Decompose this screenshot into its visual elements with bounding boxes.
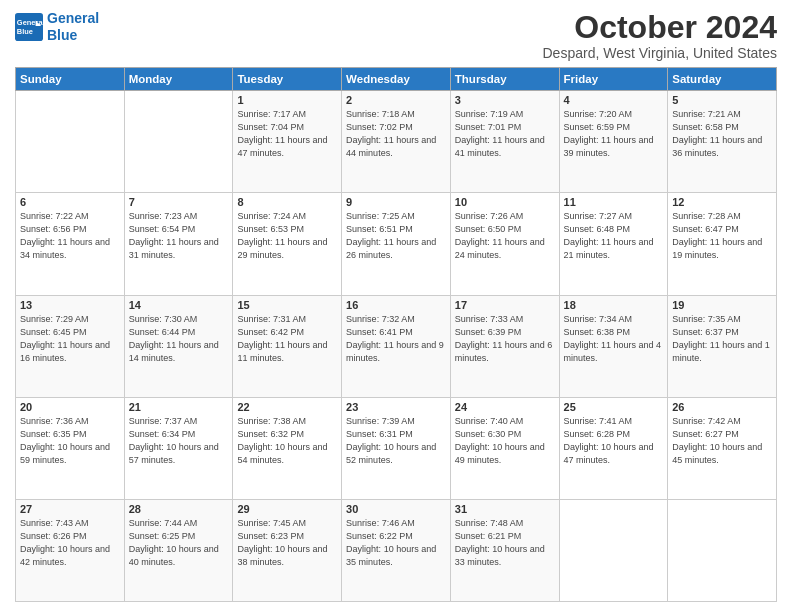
day-number: 22 <box>237 401 337 413</box>
day-info: Sunrise: 7:42 AM Sunset: 6:27 PM Dayligh… <box>672 415 772 467</box>
day-number: 19 <box>672 299 772 311</box>
calendar-cell: 1Sunrise: 7:17 AM Sunset: 7:04 PM Daylig… <box>233 91 342 193</box>
day-info: Sunrise: 7:22 AM Sunset: 6:56 PM Dayligh… <box>20 210 120 262</box>
calendar-cell: 18Sunrise: 7:34 AM Sunset: 6:38 PM Dayli… <box>559 295 668 397</box>
day-info: Sunrise: 7:37 AM Sunset: 6:34 PM Dayligh… <box>129 415 229 467</box>
day-number: 23 <box>346 401 446 413</box>
day-info: Sunrise: 7:35 AM Sunset: 6:37 PM Dayligh… <box>672 313 772 365</box>
calendar-cell: 6Sunrise: 7:22 AM Sunset: 6:56 PM Daylig… <box>16 193 125 295</box>
day-number: 5 <box>672 94 772 106</box>
day-number: 3 <box>455 94 555 106</box>
page: General Blue General Blue October 2024 D… <box>0 0 792 612</box>
calendar-week-3: 13Sunrise: 7:29 AM Sunset: 6:45 PM Dayli… <box>16 295 777 397</box>
day-number: 27 <box>20 503 120 515</box>
day-info: Sunrise: 7:30 AM Sunset: 6:44 PM Dayligh… <box>129 313 229 365</box>
day-info: Sunrise: 7:36 AM Sunset: 6:35 PM Dayligh… <box>20 415 120 467</box>
calendar-header-saturday: Saturday <box>668 68 777 91</box>
calendar-cell: 8Sunrise: 7:24 AM Sunset: 6:53 PM Daylig… <box>233 193 342 295</box>
day-info: Sunrise: 7:31 AM Sunset: 6:42 PM Dayligh… <box>237 313 337 365</box>
day-number: 4 <box>564 94 664 106</box>
day-number: 20 <box>20 401 120 413</box>
calendar-cell: 24Sunrise: 7:40 AM Sunset: 6:30 PM Dayli… <box>450 397 559 499</box>
calendar-cell: 15Sunrise: 7:31 AM Sunset: 6:42 PM Dayli… <box>233 295 342 397</box>
calendar-cell: 7Sunrise: 7:23 AM Sunset: 6:54 PM Daylig… <box>124 193 233 295</box>
calendar-cell: 9Sunrise: 7:25 AM Sunset: 6:51 PM Daylig… <box>342 193 451 295</box>
day-info: Sunrise: 7:46 AM Sunset: 6:22 PM Dayligh… <box>346 517 446 569</box>
day-number: 14 <box>129 299 229 311</box>
calendar-header-sunday: Sunday <box>16 68 125 91</box>
calendar-week-5: 27Sunrise: 7:43 AM Sunset: 6:26 PM Dayli… <box>16 499 777 601</box>
day-info: Sunrise: 7:25 AM Sunset: 6:51 PM Dayligh… <box>346 210 446 262</box>
day-info: Sunrise: 7:20 AM Sunset: 6:59 PM Dayligh… <box>564 108 664 160</box>
logo-icon: General Blue <box>15 13 43 41</box>
calendar-header-row: SundayMondayTuesdayWednesdayThursdayFrid… <box>16 68 777 91</box>
calendar-cell: 26Sunrise: 7:42 AM Sunset: 6:27 PM Dayli… <box>668 397 777 499</box>
day-info: Sunrise: 7:40 AM Sunset: 6:30 PM Dayligh… <box>455 415 555 467</box>
calendar-cell: 13Sunrise: 7:29 AM Sunset: 6:45 PM Dayli… <box>16 295 125 397</box>
calendar-cell: 30Sunrise: 7:46 AM Sunset: 6:22 PM Dayli… <box>342 499 451 601</box>
day-number: 31 <box>455 503 555 515</box>
calendar-cell: 5Sunrise: 7:21 AM Sunset: 6:58 PM Daylig… <box>668 91 777 193</box>
calendar-cell: 27Sunrise: 7:43 AM Sunset: 6:26 PM Dayli… <box>16 499 125 601</box>
calendar-header-monday: Monday <box>124 68 233 91</box>
day-info: Sunrise: 7:33 AM Sunset: 6:39 PM Dayligh… <box>455 313 555 365</box>
calendar-header-thursday: Thursday <box>450 68 559 91</box>
calendar-cell: 31Sunrise: 7:48 AM Sunset: 6:21 PM Dayli… <box>450 499 559 601</box>
day-info: Sunrise: 7:45 AM Sunset: 6:23 PM Dayligh… <box>237 517 337 569</box>
header: General Blue General Blue October 2024 D… <box>15 10 777 61</box>
day-info: Sunrise: 7:24 AM Sunset: 6:53 PM Dayligh… <box>237 210 337 262</box>
day-number: 15 <box>237 299 337 311</box>
day-info: Sunrise: 7:21 AM Sunset: 6:58 PM Dayligh… <box>672 108 772 160</box>
day-number: 6 <box>20 196 120 208</box>
day-info: Sunrise: 7:41 AM Sunset: 6:28 PM Dayligh… <box>564 415 664 467</box>
calendar-cell <box>124 91 233 193</box>
calendar-cell: 10Sunrise: 7:26 AM Sunset: 6:50 PM Dayli… <box>450 193 559 295</box>
day-number: 1 <box>237 94 337 106</box>
day-info: Sunrise: 7:43 AM Sunset: 6:26 PM Dayligh… <box>20 517 120 569</box>
logo-text: General Blue <box>47 10 99 44</box>
svg-text:Blue: Blue <box>17 26 33 35</box>
calendar-cell: 19Sunrise: 7:35 AM Sunset: 6:37 PM Dayli… <box>668 295 777 397</box>
main-title: October 2024 <box>543 10 778 45</box>
calendar-cell: 16Sunrise: 7:32 AM Sunset: 6:41 PM Dayli… <box>342 295 451 397</box>
day-number: 26 <box>672 401 772 413</box>
day-number: 30 <box>346 503 446 515</box>
day-number: 25 <box>564 401 664 413</box>
day-info: Sunrise: 7:48 AM Sunset: 6:21 PM Dayligh… <box>455 517 555 569</box>
day-number: 11 <box>564 196 664 208</box>
day-info: Sunrise: 7:44 AM Sunset: 6:25 PM Dayligh… <box>129 517 229 569</box>
calendar-cell: 12Sunrise: 7:28 AM Sunset: 6:47 PM Dayli… <box>668 193 777 295</box>
day-info: Sunrise: 7:19 AM Sunset: 7:01 PM Dayligh… <box>455 108 555 160</box>
calendar-week-2: 6Sunrise: 7:22 AM Sunset: 6:56 PM Daylig… <box>16 193 777 295</box>
day-info: Sunrise: 7:28 AM Sunset: 6:47 PM Dayligh… <box>672 210 772 262</box>
calendar-cell: 14Sunrise: 7:30 AM Sunset: 6:44 PM Dayli… <box>124 295 233 397</box>
day-number: 10 <box>455 196 555 208</box>
day-number: 17 <box>455 299 555 311</box>
day-number: 16 <box>346 299 446 311</box>
day-number: 7 <box>129 196 229 208</box>
day-info: Sunrise: 7:34 AM Sunset: 6:38 PM Dayligh… <box>564 313 664 365</box>
calendar-cell: 3Sunrise: 7:19 AM Sunset: 7:01 PM Daylig… <box>450 91 559 193</box>
subtitle: Despard, West Virginia, United States <box>543 45 778 61</box>
calendar-header-friday: Friday <box>559 68 668 91</box>
title-section: October 2024 Despard, West Virginia, Uni… <box>543 10 778 61</box>
calendar-week-1: 1Sunrise: 7:17 AM Sunset: 7:04 PM Daylig… <box>16 91 777 193</box>
day-number: 24 <box>455 401 555 413</box>
day-info: Sunrise: 7:29 AM Sunset: 6:45 PM Dayligh… <box>20 313 120 365</box>
day-number: 2 <box>346 94 446 106</box>
day-info: Sunrise: 7:23 AM Sunset: 6:54 PM Dayligh… <box>129 210 229 262</box>
calendar-cell <box>668 499 777 601</box>
calendar-cell: 2Sunrise: 7:18 AM Sunset: 7:02 PM Daylig… <box>342 91 451 193</box>
calendar-cell: 21Sunrise: 7:37 AM Sunset: 6:34 PM Dayli… <box>124 397 233 499</box>
logo: General Blue General Blue <box>15 10 99 44</box>
calendar-cell: 4Sunrise: 7:20 AM Sunset: 6:59 PM Daylig… <box>559 91 668 193</box>
day-info: Sunrise: 7:26 AM Sunset: 6:50 PM Dayligh… <box>455 210 555 262</box>
day-number: 8 <box>237 196 337 208</box>
calendar-cell: 28Sunrise: 7:44 AM Sunset: 6:25 PM Dayli… <box>124 499 233 601</box>
day-number: 9 <box>346 196 446 208</box>
day-info: Sunrise: 7:27 AM Sunset: 6:48 PM Dayligh… <box>564 210 664 262</box>
day-info: Sunrise: 7:39 AM Sunset: 6:31 PM Dayligh… <box>346 415 446 467</box>
calendar-cell: 29Sunrise: 7:45 AM Sunset: 6:23 PM Dayli… <box>233 499 342 601</box>
calendar-header-wednesday: Wednesday <box>342 68 451 91</box>
calendar-week-4: 20Sunrise: 7:36 AM Sunset: 6:35 PM Dayli… <box>16 397 777 499</box>
